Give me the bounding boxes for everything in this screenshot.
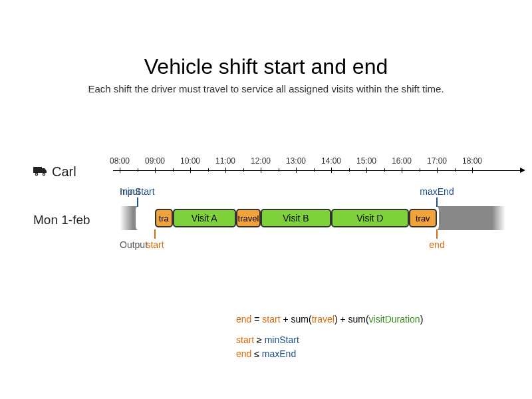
formula-block: end = start + sum(travel) + sum(visitDur… (236, 313, 423, 361)
tick (331, 168, 332, 173)
tick-label: 12:00 (251, 156, 271, 166)
travel-segment: travel (236, 209, 261, 227)
formula-start-constraint: start ≥ minStart (236, 333, 423, 347)
driver-name: Carl (52, 164, 76, 180)
axis-arrow-icon (520, 168, 525, 173)
tick-label: 13:00 (286, 156, 306, 166)
travel-segment: trav (409, 209, 437, 227)
time-axis: 08:0009:0010:0011:0012:0013:0014:0015:00… (120, 156, 505, 183)
svg-point-3 (36, 174, 37, 175)
svg-rect-0 (33, 167, 42, 173)
axis-line (113, 170, 522, 171)
tick-label: 17:00 (427, 156, 447, 166)
truck-icon (33, 166, 48, 179)
tick (402, 168, 402, 173)
svg-point-4 (43, 174, 45, 175)
start-label: start (146, 239, 164, 250)
output-label: Output (120, 239, 148, 250)
tick-label: 16:00 (392, 156, 412, 166)
formula-end-eq: end = start + sum(travel) + sum(visitDur… (236, 313, 423, 327)
maxend-mark (436, 198, 438, 207)
minstart-label: minStart (120, 186, 154, 197)
tick-label: 14:00 (321, 156, 341, 166)
travel-segment: tra (155, 209, 173, 227)
formula-end-constraint: end ≤ maxEnd (236, 347, 423, 361)
tick-minor (243, 168, 244, 172)
tick (261, 168, 261, 173)
tick-minor (208, 168, 209, 172)
tick-label: 08:00 (110, 156, 130, 166)
end-mark (436, 229, 438, 239)
minstart-mark (137, 198, 138, 207)
end-label: end (429, 239, 444, 250)
maxend-label: maxEnd (420, 186, 454, 197)
start-mark (154, 229, 156, 239)
tick-label: 09:00 (145, 156, 165, 166)
page-subtitle: Each shift the driver must travel to ser… (0, 83, 532, 94)
tick (366, 168, 367, 173)
driver-row: Carl (33, 164, 76, 180)
tick-minor (173, 168, 174, 172)
tick-minor (138, 168, 138, 172)
tick-minor (420, 168, 420, 172)
tick-label: 18:00 (462, 156, 482, 166)
tick-label: 15:00 (356, 156, 376, 166)
tick (296, 168, 297, 173)
tick (225, 168, 226, 173)
tick (120, 168, 120, 173)
visit-segment: Visit D (331, 209, 409, 227)
page-title: Vehicle shift start and end (0, 0, 532, 79)
tick-minor (455, 168, 456, 172)
tick-minor (314, 168, 315, 172)
visit-segment: Visit A (173, 209, 236, 227)
day-label: Mon 1-feb (33, 213, 90, 227)
tick (437, 168, 438, 173)
tick-minor (384, 168, 385, 172)
tick-label: 11:00 (215, 156, 235, 166)
tick (472, 168, 473, 173)
tick (190, 168, 191, 173)
tick-minor (279, 168, 279, 172)
tick-minor (349, 168, 350, 172)
tick-label: 10:00 (180, 156, 200, 166)
tick (155, 168, 156, 173)
visit-segment: Visit B (261, 209, 331, 227)
